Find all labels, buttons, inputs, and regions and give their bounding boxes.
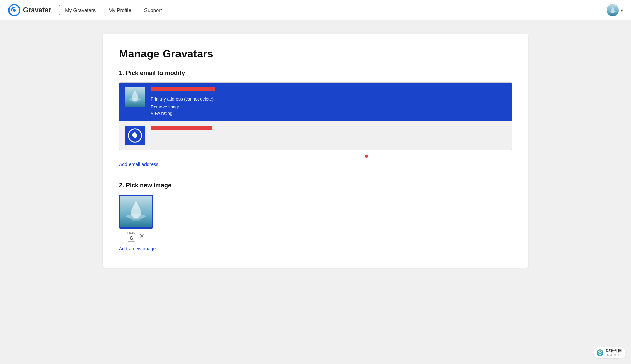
image-thumb-1[interactable] bbox=[119, 195, 153, 229]
email-info-1: Primary address (cannot delete) Remove i… bbox=[151, 87, 506, 117]
email-list: Primary address (cannot delete) Remove i… bbox=[119, 82, 512, 150]
svg-point-8 bbox=[133, 102, 137, 103]
image-thumb-actions-1: rated G ✕ bbox=[127, 231, 144, 242]
page-main: Manage Gravatars 1. Pick email to modify bbox=[95, 20, 536, 281]
rating-value: G bbox=[128, 235, 135, 242]
email-avatar-1 bbox=[125, 87, 145, 107]
user-avatar bbox=[607, 4, 619, 16]
section-pick-image: 2. Pick new image bbox=[119, 182, 512, 251]
image-thumb-wrapper-1: rated G ✕ bbox=[119, 195, 153, 242]
section-pick-email: 1. Pick email to modify bbox=[119, 70, 512, 179]
email-avatar-2 bbox=[125, 125, 145, 146]
gravatar-logo-icon bbox=[8, 4, 20, 16]
email-redacted-2 bbox=[151, 126, 212, 130]
add-image-link[interactable]: Add a new image bbox=[119, 246, 156, 251]
user-menu-chevron-icon: ▾ bbox=[621, 8, 623, 13]
svg-point-15 bbox=[132, 220, 140, 221]
image-rating-1: rated G bbox=[127, 231, 135, 242]
section2-title: 2. Pick new image bbox=[119, 182, 512, 189]
svg-point-1 bbox=[13, 9, 16, 12]
rating-label: rated bbox=[127, 231, 135, 235]
email-redacted-1 bbox=[151, 87, 215, 91]
email-primary-label: Primary address (cannot delete) bbox=[151, 96, 506, 102]
image-grid: rated G ✕ bbox=[119, 195, 512, 242]
delete-image-button[interactable]: ✕ bbox=[139, 233, 144, 239]
email-item-selected[interactable]: Primary address (cannot delete) Remove i… bbox=[119, 83, 512, 121]
remove-image-link[interactable]: Remove image bbox=[151, 104, 506, 109]
email-item-secondary[interactable] bbox=[119, 121, 512, 150]
indicator-dot bbox=[365, 155, 368, 158]
section1-title: 1. Pick email to modify bbox=[119, 70, 512, 77]
email-info-2 bbox=[151, 125, 506, 131]
main-nav: My Gravatars My Profile Support bbox=[59, 5, 604, 15]
view-rating-link[interactable]: View rating bbox=[151, 111, 506, 116]
logo-text: Gravatar bbox=[23, 6, 51, 14]
nav-my-profile[interactable]: My Profile bbox=[103, 5, 137, 15]
user-menu[interactable]: ▾ bbox=[607, 4, 623, 16]
add-email-link[interactable]: Add email address bbox=[119, 162, 158, 167]
page-title: Manage Gravatars bbox=[119, 48, 512, 60]
nav-support[interactable]: Support bbox=[138, 5, 168, 15]
logo-link[interactable]: Gravatar bbox=[8, 4, 51, 16]
nav-my-gravatars[interactable]: My Gravatars bbox=[59, 5, 101, 15]
content-card: Manage Gravatars 1. Pick email to modify bbox=[103, 34, 528, 268]
site-header: Gravatar My Gravatars My Profile Support bbox=[0, 0, 631, 20]
